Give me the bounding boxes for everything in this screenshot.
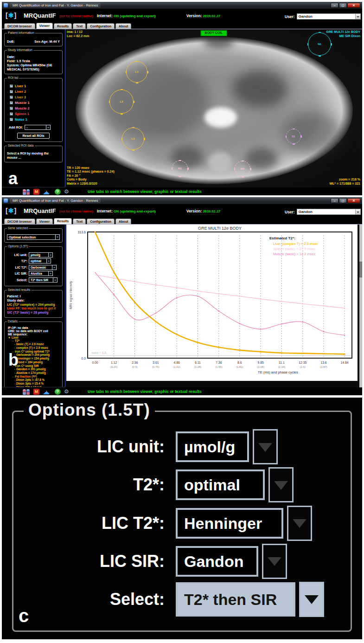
mrquantif-icon[interactable] bbox=[33, 389, 39, 395]
roi-handle[interactable] bbox=[242, 176, 244, 178]
serie-combo[interactable]: Optimal selection bbox=[7, 234, 60, 240]
roi-circle-l1[interactable]: L1 bbox=[126, 61, 147, 83]
chevron-down-icon[interactable] bbox=[355, 14, 360, 19]
option-combo-t2[interactable]: optimal bbox=[176, 469, 265, 500]
roi-handle[interactable] bbox=[234, 168, 236, 170]
option-combo-lic-sir[interactable]: Gandon bbox=[176, 546, 258, 577]
roi-handle[interactable] bbox=[172, 167, 173, 170]
chevron-down-icon[interactable] bbox=[46, 125, 50, 129]
dropdown-arrow-button[interactable] bbox=[287, 506, 312, 541]
tools-icon[interactable] bbox=[64, 389, 71, 395]
roi-handle[interactable] bbox=[121, 138, 123, 140]
roi-handle[interactable] bbox=[307, 43, 309, 45]
tab-dicom-browser[interactable]: DICOM browser bbox=[4, 23, 35, 29]
chevron-down-icon[interactable] bbox=[48, 253, 52, 257]
roi-checkbox[interactable] bbox=[10, 101, 13, 104]
tab-about[interactable]: About bbox=[115, 23, 131, 29]
tab-results[interactable]: Results bbox=[54, 23, 72, 29]
roi-handle[interactable] bbox=[293, 129, 295, 130]
cloud-upload-icon[interactable] bbox=[43, 389, 51, 395]
help-icon[interactable] bbox=[55, 189, 61, 195]
chevron-down-icon[interactable] bbox=[52, 265, 56, 270]
roi-checkbox[interactable] bbox=[10, 90, 13, 93]
roi-handle[interactable] bbox=[147, 71, 148, 73]
tab-results[interactable]: Results bbox=[54, 218, 72, 224]
tab-viewer[interactable]: Viewer bbox=[36, 23, 53, 29]
roi-handle[interactable] bbox=[300, 135, 302, 138]
tab-text[interactable]: Text bbox=[73, 219, 86, 224]
maximize-button[interactable] bbox=[339, 198, 347, 203]
roi-handle[interactable] bbox=[136, 61, 138, 62]
roi-handle[interactable] bbox=[242, 161, 244, 162]
roi-handle[interactable] bbox=[136, 82, 138, 84]
reset-all-rois-button[interactable]: Reset all ROIs bbox=[17, 133, 49, 139]
vertical-scrollbar[interactable] bbox=[359, 225, 362, 387]
option-combo-lic-t2[interactable]: Henninger bbox=[176, 508, 283, 539]
roi-handle[interactable] bbox=[331, 43, 332, 45]
tools-icon[interactable] bbox=[64, 189, 71, 195]
chevron-down-icon[interactable] bbox=[46, 259, 51, 263]
roi-handle[interactable] bbox=[179, 160, 181, 161]
roi-circle-m2[interactable]: M2 bbox=[235, 161, 250, 177]
chevron-down-icon[interactable] bbox=[355, 209, 360, 214]
roi-circle-l3[interactable]: L3 bbox=[122, 128, 144, 150]
option-combo-lic-sir[interactable]: Alustiza bbox=[29, 271, 53, 276]
scrollbar-thumb[interactable] bbox=[359, 262, 362, 277]
roi-checkbox[interactable] bbox=[10, 112, 13, 116]
roi-checkbox[interactable] bbox=[10, 96, 13, 99]
add-roi-combo[interactable]: - bbox=[25, 125, 51, 130]
dropdown-arrow-button[interactable] bbox=[262, 544, 287, 579]
roi-handle[interactable] bbox=[133, 101, 134, 103]
roi-handle[interactable] bbox=[286, 135, 287, 138]
tab-configuration[interactable]: Configuration bbox=[87, 219, 115, 224]
roi-handle[interactable] bbox=[319, 32, 321, 33]
close-button[interactable] bbox=[347, 198, 360, 203]
dropdown-arrow-button[interactable] bbox=[299, 582, 324, 617]
roi-checkbox[interactable] bbox=[10, 118, 13, 121]
roi-handle[interactable] bbox=[132, 149, 134, 151]
tab-about[interactable]: About bbox=[115, 219, 131, 224]
roi-handle[interactable] bbox=[109, 101, 110, 103]
chevron-down-icon[interactable] bbox=[55, 235, 59, 239]
roi-handle[interactable] bbox=[144, 138, 145, 140]
roi-handle[interactable] bbox=[293, 143, 295, 145]
roi-handle[interactable] bbox=[126, 71, 127, 73]
roi-checkbox[interactable] bbox=[10, 107, 13, 110]
tab-configuration[interactable]: Configuration bbox=[87, 23, 115, 29]
roi-handle[interactable] bbox=[121, 89, 123, 90]
roi-handle[interactable] bbox=[187, 167, 189, 170]
roi-handle[interactable] bbox=[319, 55, 321, 57]
option-combo-lic-unit[interactable]: µmol/g bbox=[29, 252, 53, 257]
dropdown-arrow-button[interactable] bbox=[268, 467, 294, 502]
help-icon[interactable] bbox=[55, 389, 61, 395]
user-combo[interactable]: Gandon bbox=[297, 209, 361, 215]
option-combo-select[interactable]: T2* then SIR bbox=[29, 277, 57, 283]
option-combo-lic-unit[interactable]: µmol/g bbox=[176, 431, 249, 462]
roi-checkbox[interactable] bbox=[10, 84, 13, 88]
option-combo-select[interactable]: T2* then SIR bbox=[176, 582, 295, 617]
close-button[interactable] bbox=[347, 3, 360, 8]
roi-circle-s1[interactable]: S1 bbox=[286, 129, 301, 144]
roi-handle[interactable] bbox=[179, 176, 181, 177]
roi-handle[interactable] bbox=[250, 168, 251, 170]
chevron-down-icon[interactable] bbox=[48, 271, 52, 276]
mrquantif-icon[interactable] bbox=[33, 189, 39, 195]
users-icon[interactable] bbox=[22, 189, 30, 195]
roi-circle-l2[interactable]: L2 bbox=[109, 90, 134, 114]
user-combo[interactable]: Gandon bbox=[297, 13, 361, 19]
roi-circle-m1[interactable]: M1 bbox=[172, 161, 188, 176]
maximize-button[interactable] bbox=[339, 3, 347, 8]
tab-viewer[interactable]: Viewer bbox=[36, 219, 53, 224]
users-icon[interactable] bbox=[22, 389, 30, 395]
cloud-upload-icon[interactable] bbox=[43, 189, 51, 195]
chevron-down-icon[interactable] bbox=[53, 278, 57, 282]
tab-dicom-browser[interactable]: DICOM browser bbox=[4, 219, 35, 224]
tab-text[interactable]: Text bbox=[73, 23, 86, 29]
minimize-button[interactable] bbox=[331, 3, 338, 8]
roi-handle[interactable] bbox=[121, 113, 123, 115]
mri-image-area[interactable]: L1L2L3M1M2S1N1 ima: 1 / 12 Loc = 62.2 mm… bbox=[65, 29, 362, 187]
option-combo-t2[interactable]: optimal bbox=[29, 258, 51, 264]
option-combo-lic-t2[interactable]: Garbowski bbox=[29, 265, 57, 270]
dropdown-arrow-button[interactable] bbox=[253, 429, 278, 464]
minimize-button[interactable] bbox=[331, 198, 338, 203]
